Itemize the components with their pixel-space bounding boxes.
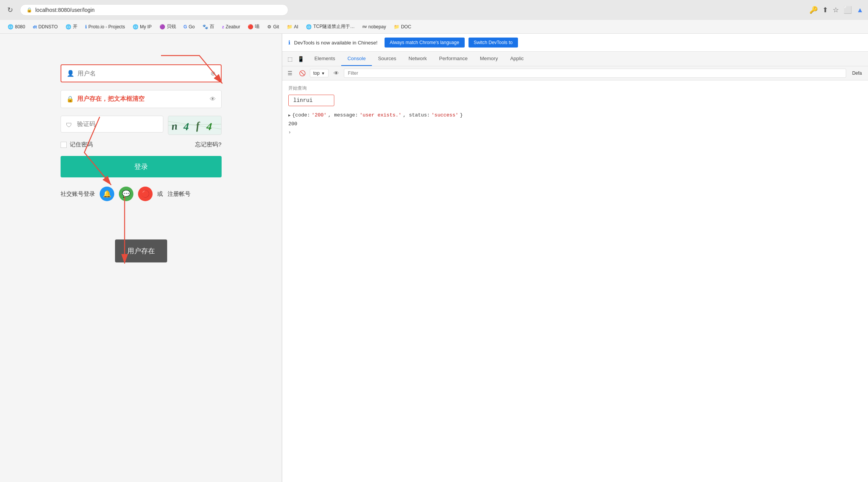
wechat-icon: 💬 (122, 190, 130, 198)
svg-text:4: 4 (205, 120, 214, 133)
captcha-field-icon: 🛡 (66, 122, 72, 129)
bookmark-ai[interactable]: 📁 AI (284, 23, 301, 31)
remember-checkbox[interactable] (61, 142, 67, 148)
console-number-200: 200 (282, 120, 868, 128)
social-login-row: 社交账号登录 🔔 💬 🔴 或 注册帐号 (61, 187, 222, 201)
console-number-value: 200 (288, 121, 297, 127)
clear-console-icon[interactable]: 🚫 (298, 69, 307, 78)
drive-icon[interactable]: ▲ (856, 6, 863, 14)
captcha-input[interactable] (61, 116, 163, 133)
lock-icon: 🔒 (26, 7, 32, 13)
browser-toolbar: ↻ 🔒 localhost:8080/user/login 🔑 ⬆ ☆ ⬜ ▲ (0, 0, 868, 20)
bookmark-icon-beirui: 🟣 (159, 24, 165, 30)
reload-button[interactable]: ↻ (5, 5, 15, 15)
switch-devtools-button[interactable]: Switch DevTools to (469, 38, 518, 48)
qq-login-button[interactable]: 🔔 (100, 187, 114, 201)
tab-console[interactable]: Console (341, 52, 372, 66)
bookmark-zeabur[interactable]: z Zeabur (219, 23, 243, 31)
svg-text:4: 4 (183, 120, 191, 133)
console-status-key: , status: (403, 112, 430, 118)
tab-application[interactable]: Applic (504, 52, 530, 66)
alert-text: 用户存在 (127, 247, 155, 255)
language-match-button[interactable]: Always match Chrome's language (385, 38, 465, 48)
console-code-value: '200' (312, 112, 327, 118)
username-input[interactable] (77, 70, 207, 77)
inspect-icon[interactable]: ⬚ (285, 54, 294, 64)
bookmark-icon-zeabur: z (222, 25, 224, 29)
weibo-login-button[interactable]: 🔴 (138, 187, 153, 201)
bookmark-git[interactable]: ⚙ Git (264, 23, 282, 31)
remember-label[interactable]: 记住密码 (61, 141, 93, 148)
password-icon[interactable]: 🔑 (809, 6, 818, 14)
bookmark-icon-bai: 🐾 (202, 24, 208, 30)
register-link[interactable]: 注册帐号 (168, 190, 191, 198)
bookmark-ddnsto[interactable]: dt DDNSTO (30, 23, 61, 31)
console-message-value: 'user exists.' (360, 112, 401, 118)
bookmark-8080[interactable]: 🌐 8080 (5, 23, 28, 31)
bookmark-icon-git: ⚙ (267, 24, 271, 30)
bookmark-icon-ai: 📁 (287, 24, 293, 30)
extension-icon[interactable]: ⬜ (843, 6, 852, 14)
devtools-tabs: ⬚ 📱 Elements Console Sources Network Per… (282, 52, 868, 66)
console-message-key: , message: (328, 112, 358, 118)
devtools-panel: ℹ DevTools is now available in Chinese! … (282, 34, 868, 482)
bookmark-bai[interactable]: 🐾 百 (199, 22, 217, 31)
console-content: 开始查询 linrui ▶ {code: '200' , message: 'u… (282, 80, 868, 482)
tab-elements[interactable]: Elements (308, 52, 341, 66)
svg-text:f: f (196, 120, 201, 132)
query-label: 开始查询 (282, 84, 868, 93)
bookmark-myip[interactable]: 🌐 My IP (130, 23, 155, 31)
bookmark-proto[interactable]: ℹ Proto.io - Projects (82, 23, 128, 31)
bookmark-icon-8080: 🌐 (8, 24, 13, 30)
address-bar[interactable]: 🔒 localhost:8080/user/login (20, 4, 288, 16)
bookmark-doc[interactable]: 📁 DOC (391, 23, 414, 31)
browser-chrome: ↻ 🔒 localhost:8080/user/login 🔑 ⬆ ☆ ⬜ ▲ … (0, 0, 868, 34)
console-brace-open: {code: (292, 112, 310, 118)
password-field-wrapper: 🔒 用户存在，把文本框清空 👁 (61, 90, 222, 108)
console-filter-input[interactable] (344, 69, 846, 78)
console-query-section: 开始查询 linrui (282, 84, 868, 108)
bookmark-nobepay[interactable]: nv nobepay (359, 23, 389, 31)
toolbar-right: 🔑 ⬆ ☆ ⬜ ▲ (809, 6, 863, 14)
tab-memory[interactable]: Memory (474, 52, 504, 66)
bookmark-icon-myip: 🌐 (133, 24, 138, 30)
forgot-password-link[interactable]: 忘记密码? (195, 141, 221, 148)
console-prompt[interactable]: › (282, 128, 868, 137)
tab-network[interactable]: Network (403, 52, 433, 66)
bookmark-beirui[interactable]: 🟣 贝锐 (156, 22, 179, 31)
clear-icon[interactable]: ⊗ (210, 70, 215, 77)
bookmark-open[interactable]: 🌐 开 (62, 22, 81, 31)
sidebar-toggle-icon[interactable]: ☰ (285, 69, 294, 78)
bookmark-icon[interactable]: ☆ (833, 6, 839, 14)
eye-toggle-icon[interactable]: 👁 (332, 69, 341, 78)
share-icon[interactable]: ⬆ (822, 6, 828, 14)
console-status-value: 'success' (431, 112, 458, 118)
weibo-icon: 🔴 (141, 190, 150, 198)
expand-triangle[interactable]: ▶ (288, 113, 291, 118)
social-login-label: 社交账号登录 (61, 190, 95, 198)
info-icon: ℹ (288, 39, 290, 46)
bookmark-go[interactable]: G Go (181, 23, 198, 31)
device-icon[interactable]: 📱 (296, 54, 305, 64)
default-levels-text: Defa (849, 69, 865, 77)
bookmark-icon-tcp: 🌐 (306, 24, 312, 30)
bookmarks-bar: 🌐 8080 dt DDNSTO 🌐 开 ℹ Proto.io - Projec… (0, 20, 868, 34)
options-row: 记住密码 忘记密码? (61, 141, 222, 148)
context-selector[interactable]: top ▼ (310, 69, 329, 77)
wechat-login-button[interactable]: 💬 (119, 187, 133, 201)
browser-controls: ↻ (5, 5, 15, 15)
login-button[interactable]: 登录 (61, 156, 222, 177)
bookmark-miao[interactable]: 🔴 喵 (245, 22, 263, 31)
username-field-wrapper: 👤 ⊗ (61, 64, 222, 82)
captcha-image[interactable]: n 4 f 4 (168, 116, 222, 135)
tab-sources[interactable]: Sources (372, 52, 403, 66)
bookmark-tcp[interactable]: 🌐 TCP隧道禁止用于… (303, 22, 358, 31)
bookmark-icon-nobepay: nv (362, 25, 367, 29)
tab-performance[interactable]: Performance (433, 52, 473, 66)
context-label: top (313, 70, 320, 76)
lock-field-icon: 🔒 (66, 95, 74, 103)
bookmark-icon-go: G (184, 24, 187, 30)
password-error-text: 用户存在，把文本框清空 (77, 95, 145, 103)
svg-text:n: n (171, 120, 179, 132)
eye-icon[interactable]: 👁 (210, 96, 216, 103)
